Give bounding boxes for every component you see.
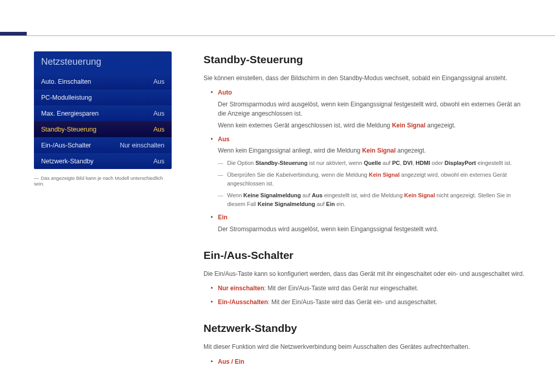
sub-note: Wenn Keine Signalmeldung auf Aus eingest… — [227, 191, 528, 209]
option-label: Aus — [218, 136, 230, 143]
option-text: Wenn kein Eingangssignal anliegt, wird d… — [218, 146, 528, 156]
menu-item-max-energiesparen[interactable]: Max. Energiesparen Aus — [34, 105, 172, 121]
menu-item-value: Aus — [153, 158, 164, 165]
menu-item-pc-modulleistung[interactable]: PC-Modulleistung — [34, 89, 172, 105]
option-label: Nur einschalten — [218, 285, 264, 292]
section-intro: Sie können einstellen, dass der Bildschi… — [203, 73, 528, 83]
option-ein: Ein Der Stromsparmodus wird ausgelöst, w… — [218, 213, 528, 234]
settings-menu-title: Netzsteuerung — [34, 51, 172, 73]
option-ein-ausschalten: Ein-/Ausschalten: Mit der Ein/Aus-Taste … — [218, 297, 528, 307]
menu-item-auto-einschalten[interactable]: Auto. Einschalten Aus — [34, 73, 172, 89]
menu-item-label: Ein-/Aus-Schalter — [41, 142, 91, 149]
menu-item-label: Auto. Einschalten — [41, 78, 91, 85]
menu-item-value: Nur einschalten — [120, 142, 164, 149]
section-heading: Netzwerk-Standby — [203, 320, 528, 337]
menu-item-value: Aus — [153, 110, 164, 117]
section-netzwerk-standby: Netzwerk-Standby Mit dieser Funktion wir… — [203, 320, 528, 366]
header-rule — [0, 35, 555, 36]
option-label: Auto — [218, 89, 232, 96]
option-aus-ein: Aus / Ein — [218, 357, 528, 367]
option-nur-einschalten: Nur einschalten: Mit der Ein/Aus-Taste w… — [218, 284, 528, 293]
option-text: Der Stromsparmodus wird ausgelöst, wenn … — [218, 100, 528, 119]
sub-note: Die Option Standby-Steuerung ist nur akt… — [227, 159, 528, 167]
menu-item-label: Max. Energiesparen — [41, 110, 99, 117]
section-heading: Ein-/Aus-Schalter — [203, 247, 528, 264]
option-auto: Auto Der Stromsparmodus wird ausgelöst, … — [218, 88, 528, 130]
option-text: : Mit der Ein/Aus-Taste wird das Gerät n… — [264, 285, 418, 292]
menu-footnote: ―Das angezeigte Bild kann je nach Modell… — [34, 175, 172, 186]
menu-item-label: Standby-Steuerung — [41, 126, 97, 133]
settings-menu-panel: Netzsteuerung Auto. Einschalten Aus PC-M… — [34, 51, 172, 169]
menu-item-value: Aus — [153, 78, 164, 85]
option-label: Aus / Ein — [218, 358, 244, 365]
menu-item-label: Netzwerk-Standby — [41, 158, 94, 165]
menu-item-value: Aus — [153, 126, 164, 133]
section-standby-steuerung: Standby-Steuerung Sie können einstellen,… — [203, 51, 528, 234]
option-text: : Mit der Ein/Aus-Taste wird das Gerät e… — [268, 298, 437, 306]
section-intro: Die Ein/Aus-Taste kann so konfiguriert w… — [203, 269, 528, 279]
section-ein-aus-schalter: Ein-/Aus-Schalter Die Ein/Aus-Taste kann… — [203, 247, 528, 307]
menu-item-netzwerk-standby[interactable]: Netzwerk-Standby Aus — [34, 153, 172, 169]
option-text: Wenn kein externes Gerät angeschlossen i… — [218, 121, 528, 130]
menu-item-ein-aus-schalter[interactable]: Ein-/Aus-Schalter Nur einschalten — [34, 137, 172, 153]
option-text: Der Stromsparmodus wird ausgelöst, wenn … — [218, 225, 528, 234]
option-aus: Aus Wenn kein Eingangssignal anliegt, wi… — [218, 135, 528, 209]
option-label: Ein — [218, 214, 228, 221]
menu-item-standby-steuerung[interactable]: Standby-Steuerung Aus — [34, 121, 172, 137]
section-heading: Standby-Steuerung — [203, 51, 528, 68]
sub-note: Überprüfen Sie die Kabelverbindung, wenn… — [227, 171, 528, 188]
menu-item-label: PC-Modulleistung — [41, 94, 92, 101]
section-intro: Mit dieser Funktion wird die Netzwerkver… — [203, 342, 528, 352]
option-label: Ein-/Ausschalten — [218, 298, 268, 306]
